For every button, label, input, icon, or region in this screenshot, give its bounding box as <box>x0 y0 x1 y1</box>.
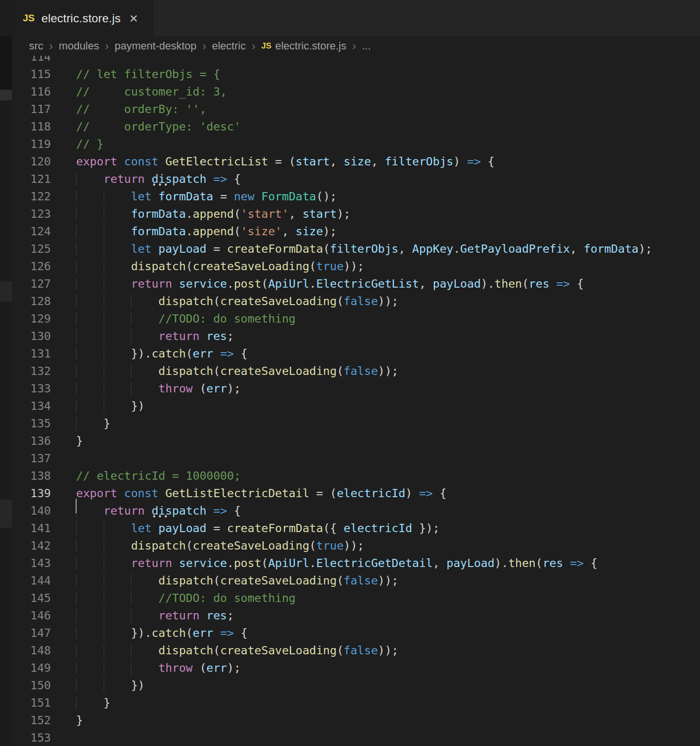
code-line-133[interactable]: 133 throw (err); <box>12 380 700 397</box>
indent-guide <box>104 294 131 308</box>
code-text: let payLoad = createFormData({ electricI… <box>51 519 440 537</box>
code-token <box>563 556 570 570</box>
code-token: dispatch <box>159 574 213 587</box>
breadcrumb-item-modules[interactable]: modules <box>59 40 99 52</box>
tab-electric-store-js[interactable]: JS electric.store.js × <box>12 0 154 36</box>
code-line-152[interactable]: 152} <box>12 712 700 729</box>
code-line-149[interactable]: 149 throw (err); <box>12 659 700 677</box>
line-number: 138 <box>12 467 51 485</box>
breadcrumb-item-src[interactable]: src <box>29 40 43 52</box>
vscode-window: JS electric.store.js × src›modules›payme… <box>0 0 700 746</box>
code-line-120[interactable]: 120export const GetElectricList = (start… <box>12 153 700 170</box>
code-text: } <box>51 432 83 450</box>
left-rail-segment <box>0 500 12 528</box>
code-token <box>152 521 159 535</box>
code-token: throw <box>159 382 193 395</box>
indent-guide <box>76 259 104 273</box>
code-token: ( <box>234 225 240 238</box>
code-token: ( <box>213 644 220 657</box>
indent-guide <box>104 329 131 343</box>
code-line-139[interactable]: 139export const GetListElectricDetail = … <box>12 485 700 502</box>
indent-guide <box>76 225 104 238</box>
code-line-122[interactable]: 122 let formData = new FormData(); <box>12 188 700 205</box>
code-token: ( <box>213 574 220 587</box>
code-token: = <box>213 190 234 203</box>
code-line-117[interactable]: 117// orderBy: '', <box>12 100 700 118</box>
code-token: }); <box>412 521 440 535</box>
breadcrumb-item--[interactable]: ... <box>362 40 370 52</box>
code-text: dispatch(createSaveLoading(false)); <box>51 362 398 380</box>
code-line-140[interactable]: 140 return dispatch => { <box>12 502 700 519</box>
code-text: // } <box>51 135 104 153</box>
code-line-147[interactable]: 147 }).catch(err => { <box>12 624 700 642</box>
code-line-114[interactable]: 114 <box>12 56 700 65</box>
code-editor[interactable]: 114115// let filterObjs = {116// custome… <box>12 56 700 746</box>
code-line-151[interactable]: 151 } <box>12 694 700 712</box>
code-token: filterObjs <box>385 155 453 168</box>
code-token: )); <box>344 259 364 273</box>
code-token: dispatch <box>159 644 213 657</box>
code-token: createSaveLoading <box>220 364 337 378</box>
breadcrumb-item-electric[interactable]: electric <box>212 40 246 52</box>
code-line-138[interactable]: 138// electricId = 1000000; <box>12 467 700 485</box>
code-line-134[interactable]: 134 }) <box>12 397 700 415</box>
code-line-132[interactable]: 132 dispatch(createSaveLoading(false)); <box>12 362 700 380</box>
code-line-128[interactable]: 128 dispatch(createSaveLoading(false)); <box>12 292 700 310</box>
code-line-131[interactable]: 131 }).catch(err => { <box>12 345 700 362</box>
code-token: (); <box>316 190 336 203</box>
code-token: , <box>433 556 446 570</box>
code-token: append <box>193 207 234 221</box>
code-line-137[interactable]: 137 <box>12 450 700 467</box>
code-line-146[interactable]: 146 return res; <box>12 607 700 624</box>
code-line-145[interactable]: 145 //TODO: do something <box>12 589 700 607</box>
left-rail-scrollbar[interactable] <box>0 90 12 100</box>
code-line-148[interactable]: 148 dispatch(createSaveLoading(false)); <box>12 642 700 659</box>
code-token: ); <box>638 242 652 256</box>
line-number: 132 <box>12 362 51 380</box>
code-line-118[interactable]: 118// orderType: 'desc' <box>12 118 700 135</box>
code-line-129[interactable]: 129 //TODO: do something <box>12 310 700 327</box>
code-line-126[interactable]: 126 dispatch(createSaveLoading(true)); <box>12 258 700 275</box>
code-line-144[interactable]: 144 dispatch(createSaveLoading(false)); <box>12 572 700 589</box>
code-line-119[interactable]: 119// } <box>12 135 700 153</box>
indent-guide <box>76 626 104 640</box>
code-line-141[interactable]: 141 let payLoad = createFormData({ elect… <box>12 519 700 537</box>
code-line-127[interactable]: 127 return service.post(ApiUrl.ElectricG… <box>12 275 700 292</box>
code-line-150[interactable]: 150 }) <box>12 677 700 694</box>
code-token <box>255 190 261 203</box>
code-text: //TODO: do something <box>51 310 296 327</box>
code-line-116[interactable]: 116// customer_id: 3, <box>12 83 700 100</box>
code-line-125[interactable]: 125 let payLoad = createFormData(filterO… <box>12 240 700 258</box>
code-token: catch <box>152 626 186 640</box>
code-line-115[interactable]: 115// let filterObjs = { <box>12 65 700 83</box>
code-line-135[interactable]: 135 } <box>12 415 700 432</box>
breadcrumb-item-payment-desktop[interactable]: payment-desktop <box>114 40 196 52</box>
code-line-123[interactable]: 123 formData.append('start', start); <box>12 205 700 223</box>
code-token: // electricId = 1000000; <box>76 469 241 483</box>
code-token: => <box>419 487 432 500</box>
breadcrumb-item-electric-store-js[interactable]: JSelectric.store.js <box>261 40 347 52</box>
line-number: 125 <box>12 240 51 258</box>
breadcrumb-label: payment-desktop <box>114 40 196 52</box>
tab-close-icon[interactable]: × <box>129 11 138 26</box>
code-line-153[interactable]: 153 <box>12 729 700 746</box>
code-token: electricId <box>337 487 405 500</box>
code-text: // orderType: 'desc' <box>51 118 241 135</box>
code-text: //TODO: do something <box>51 589 296 607</box>
code-line-130[interactable]: 130 return res; <box>12 327 700 345</box>
code-line-136[interactable]: 136} <box>12 432 700 450</box>
code-line-124[interactable]: 124 formData.append('size', size); <box>12 223 700 240</box>
code-token: err <box>193 347 213 360</box>
code-token <box>159 155 165 168</box>
code-token: , <box>289 207 302 221</box>
indent-guide <box>104 521 131 535</box>
code-line-121[interactable]: 121 return dispatch => { <box>12 170 700 188</box>
indent-guide <box>104 259 131 273</box>
code-line-143[interactable]: 143 return service.post(ApiUrl.ElectricG… <box>12 554 700 572</box>
code-text: }) <box>51 677 144 694</box>
code-line-142[interactable]: 142 dispatch(createSaveLoading(true)); <box>12 537 700 554</box>
code-token: ); <box>227 661 240 675</box>
line-number: 131 <box>12 345 51 362</box>
code-token <box>200 609 207 622</box>
code-token: . <box>227 556 234 570</box>
